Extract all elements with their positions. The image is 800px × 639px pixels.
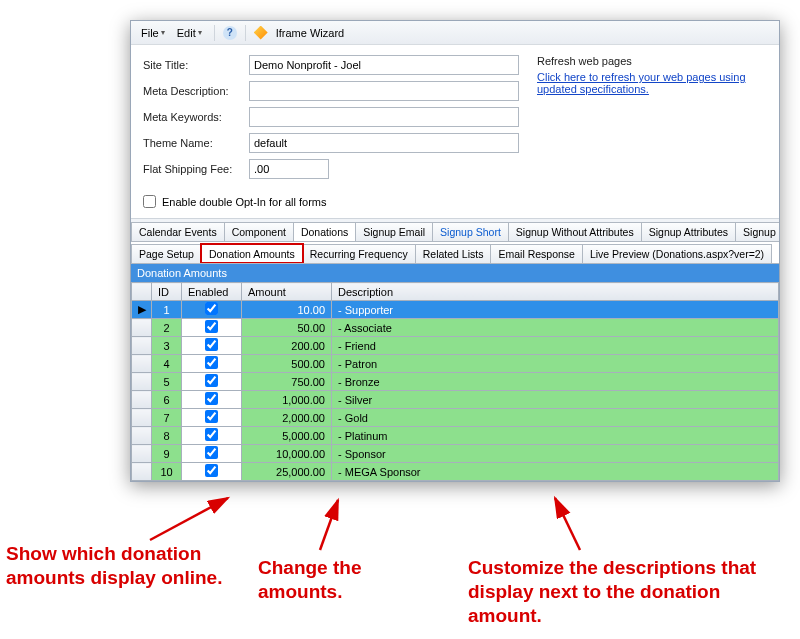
subtab-live-preview-donations-aspx-ver-2-[interactable]: Live Preview (Donations.aspx?ver=2) [582,244,772,263]
table-row[interactable]: 72,000.00- Gold [132,409,779,427]
row-header[interactable] [132,409,152,427]
col-description[interactable]: Description [332,283,779,301]
cell-description[interactable]: - Bronze [332,373,779,391]
cell-description[interactable]: - Gold [332,409,779,427]
row-header[interactable] [132,355,152,373]
cell-description[interactable]: - MEGA Sponsor [332,463,779,481]
subtab-recurring-frequency[interactable]: Recurring Frequency [302,244,416,263]
menu-file[interactable]: File▾ [137,25,169,41]
cell-enabled[interactable] [182,319,242,337]
tab-signup-without-attributes[interactable]: Signup Without Attributes [508,222,642,241]
row-header[interactable] [132,319,152,337]
refresh-link[interactable]: Click here to refresh your web pages usi… [537,71,767,95]
cell-id[interactable]: 8 [152,427,182,445]
tab-signup-attributes[interactable]: Signup Attributes [641,222,736,241]
enabled-checkbox[interactable] [205,464,218,477]
cell-description[interactable]: - Patron [332,355,779,373]
cell-description[interactable]: - Silver [332,391,779,409]
tab-component[interactable]: Component [224,222,294,241]
cell-enabled[interactable] [182,463,242,481]
tab-donations[interactable]: Donations [293,222,356,241]
tab-signup-email[interactable]: Signup Email [355,222,433,241]
table-row[interactable]: 5750.00- Bronze [132,373,779,391]
cell-id[interactable]: 4 [152,355,182,373]
enabled-checkbox[interactable] [205,338,218,351]
enabled-checkbox[interactable] [205,446,218,459]
cell-id[interactable]: 1 [152,301,182,319]
enabled-checkbox[interactable] [205,356,218,369]
enabled-checkbox[interactable] [205,410,218,423]
cell-enabled[interactable] [182,409,242,427]
col-id[interactable]: ID [152,283,182,301]
subtab-related-lists[interactable]: Related Lists [415,244,492,263]
optin-checkbox[interactable] [143,195,156,208]
cell-amount[interactable]: 10,000.00 [242,445,332,463]
cell-enabled[interactable] [182,427,242,445]
enabled-checkbox[interactable] [205,374,218,387]
cell-description[interactable]: - Associate [332,319,779,337]
table-row[interactable]: 1025,000.00- MEGA Sponsor [132,463,779,481]
meta-keywords-input[interactable] [249,107,519,127]
table-row[interactable]: 4500.00- Patron [132,355,779,373]
cell-enabled[interactable] [182,373,242,391]
enabled-checkbox[interactable] [205,302,218,315]
cell-amount[interactable]: 200.00 [242,337,332,355]
cell-amount[interactable]: 500.00 [242,355,332,373]
meta-desc-input[interactable] [249,81,519,101]
table-row[interactable]: 85,000.00- Platinum [132,427,779,445]
cell-id[interactable]: 3 [152,337,182,355]
cell-description[interactable]: - Friend [332,337,779,355]
cell-amount[interactable]: 750.00 [242,373,332,391]
cell-id[interactable]: 6 [152,391,182,409]
cell-enabled[interactable] [182,445,242,463]
cell-amount[interactable]: 25,000.00 [242,463,332,481]
tab-signup-post[interactable]: Signup Post [735,222,779,241]
row-header[interactable] [132,463,152,481]
cell-amount[interactable]: 2,000.00 [242,409,332,427]
cell-description[interactable]: - Platinum [332,427,779,445]
cell-enabled[interactable] [182,301,242,319]
enabled-checkbox[interactable] [205,428,218,441]
subtab-donation-amounts[interactable]: Donation Amounts [201,244,303,263]
enabled-checkbox[interactable] [205,320,218,333]
enabled-checkbox[interactable] [205,392,218,405]
row-header[interactable] [132,427,152,445]
donation-grid[interactable]: ID Enabled Amount Description ▶110.00- S… [131,282,779,481]
subtab-page-setup[interactable]: Page Setup [131,244,202,263]
table-row[interactable]: 3200.00- Friend [132,337,779,355]
cell-enabled[interactable] [182,355,242,373]
cell-amount[interactable]: 50.00 [242,319,332,337]
cell-id[interactable]: 7 [152,409,182,427]
optin-row: Enable double Opt-In for all forms [131,195,779,218]
tab-signup-short[interactable]: Signup Short [432,222,509,241]
cell-description[interactable]: - Supporter [332,301,779,319]
cell-id[interactable]: 10 [152,463,182,481]
shipping-input[interactable] [249,159,329,179]
cell-amount[interactable]: 10.00 [242,301,332,319]
subtab-email-response[interactable]: Email Response [490,244,582,263]
cell-id[interactable]: 2 [152,319,182,337]
cell-id[interactable]: 9 [152,445,182,463]
table-row[interactable]: ▶110.00- Supporter [132,301,779,319]
row-header[interactable] [132,373,152,391]
cell-id[interactable]: 5 [152,373,182,391]
row-header[interactable]: ▶ [132,301,152,319]
cell-amount[interactable]: 1,000.00 [242,391,332,409]
site-title-input[interactable] [249,55,519,75]
row-header[interactable] [132,337,152,355]
tab-calendar-events[interactable]: Calendar Events [131,222,225,241]
cell-enabled[interactable] [182,337,242,355]
table-row[interactable]: 910,000.00- Sponsor [132,445,779,463]
theme-input[interactable] [249,133,519,153]
row-header[interactable] [132,391,152,409]
menu-edit[interactable]: Edit▾ [173,25,206,41]
cell-description[interactable]: - Sponsor [332,445,779,463]
help-icon[interactable]: ? [223,26,237,40]
table-row[interactable]: 250.00- Associate [132,319,779,337]
col-enabled[interactable]: Enabled [182,283,242,301]
row-header[interactable] [132,445,152,463]
table-row[interactable]: 61,000.00- Silver [132,391,779,409]
col-amount[interactable]: Amount [242,283,332,301]
cell-enabled[interactable] [182,391,242,409]
cell-amount[interactable]: 5,000.00 [242,427,332,445]
